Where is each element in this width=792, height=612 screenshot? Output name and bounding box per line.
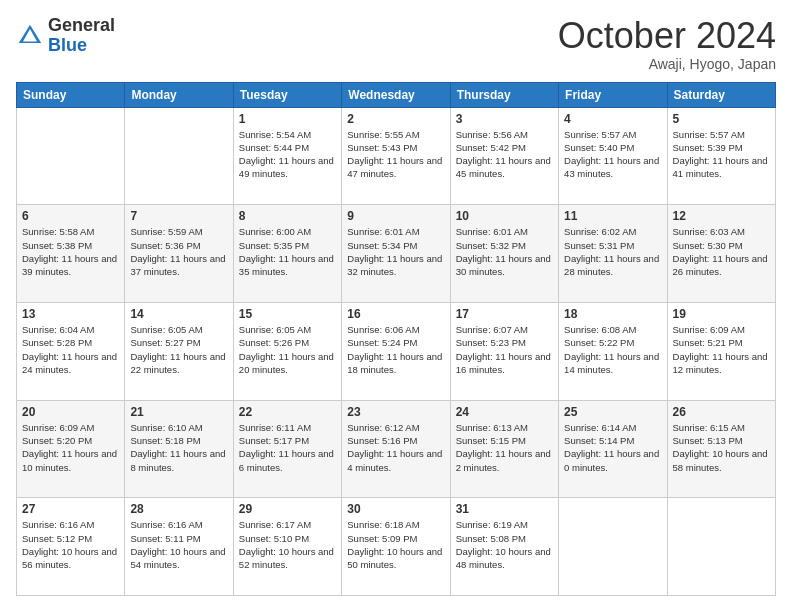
day-info: Sunrise: 6:14 AM Sunset: 5:14 PM Dayligh… bbox=[564, 421, 661, 474]
day-number: 18 bbox=[564, 307, 661, 321]
table-row bbox=[125, 107, 233, 205]
header-tuesday: Tuesday bbox=[233, 82, 341, 107]
table-row: 20Sunrise: 6:09 AM Sunset: 5:20 PM Dayli… bbox=[17, 400, 125, 498]
table-row: 9Sunrise: 6:01 AM Sunset: 5:34 PM Daylig… bbox=[342, 205, 450, 303]
day-number: 3 bbox=[456, 112, 553, 126]
day-info: Sunrise: 5:54 AM Sunset: 5:44 PM Dayligh… bbox=[239, 128, 336, 181]
day-number: 23 bbox=[347, 405, 444, 419]
day-info: Sunrise: 6:01 AM Sunset: 5:34 PM Dayligh… bbox=[347, 225, 444, 278]
table-row: 12Sunrise: 6:03 AM Sunset: 5:30 PM Dayli… bbox=[667, 205, 775, 303]
day-number: 22 bbox=[239, 405, 336, 419]
table-row: 16Sunrise: 6:06 AM Sunset: 5:24 PM Dayli… bbox=[342, 302, 450, 400]
day-info: Sunrise: 6:16 AM Sunset: 5:11 PM Dayligh… bbox=[130, 518, 227, 571]
day-info: Sunrise: 5:57 AM Sunset: 5:39 PM Dayligh… bbox=[673, 128, 770, 181]
day-number: 24 bbox=[456, 405, 553, 419]
day-number: 7 bbox=[130, 209, 227, 223]
table-row: 11Sunrise: 6:02 AM Sunset: 5:31 PM Dayli… bbox=[559, 205, 667, 303]
day-number: 4 bbox=[564, 112, 661, 126]
table-row: 31Sunrise: 6:19 AM Sunset: 5:08 PM Dayli… bbox=[450, 498, 558, 596]
calendar-week-row: 6Sunrise: 5:58 AM Sunset: 5:38 PM Daylig… bbox=[17, 205, 776, 303]
table-row: 28Sunrise: 6:16 AM Sunset: 5:11 PM Dayli… bbox=[125, 498, 233, 596]
day-info: Sunrise: 6:11 AM Sunset: 5:17 PM Dayligh… bbox=[239, 421, 336, 474]
table-row: 21Sunrise: 6:10 AM Sunset: 5:18 PM Dayli… bbox=[125, 400, 233, 498]
day-number: 6 bbox=[22, 209, 119, 223]
day-info: Sunrise: 6:04 AM Sunset: 5:28 PM Dayligh… bbox=[22, 323, 119, 376]
day-number: 25 bbox=[564, 405, 661, 419]
table-row: 19Sunrise: 6:09 AM Sunset: 5:21 PM Dayli… bbox=[667, 302, 775, 400]
table-row bbox=[17, 107, 125, 205]
day-number: 31 bbox=[456, 502, 553, 516]
table-row: 26Sunrise: 6:15 AM Sunset: 5:13 PM Dayli… bbox=[667, 400, 775, 498]
day-info: Sunrise: 5:59 AM Sunset: 5:36 PM Dayligh… bbox=[130, 225, 227, 278]
day-info: Sunrise: 6:07 AM Sunset: 5:23 PM Dayligh… bbox=[456, 323, 553, 376]
subtitle: Awaji, Hyogo, Japan bbox=[558, 56, 776, 72]
table-row: 4Sunrise: 5:57 AM Sunset: 5:40 PM Daylig… bbox=[559, 107, 667, 205]
table-row: 1Sunrise: 5:54 AM Sunset: 5:44 PM Daylig… bbox=[233, 107, 341, 205]
table-row: 24Sunrise: 6:13 AM Sunset: 5:15 PM Dayli… bbox=[450, 400, 558, 498]
day-info: Sunrise: 6:02 AM Sunset: 5:31 PM Dayligh… bbox=[564, 225, 661, 278]
day-info: Sunrise: 5:55 AM Sunset: 5:43 PM Dayligh… bbox=[347, 128, 444, 181]
calendar-week-row: 1Sunrise: 5:54 AM Sunset: 5:44 PM Daylig… bbox=[17, 107, 776, 205]
table-row: 22Sunrise: 6:11 AM Sunset: 5:17 PM Dayli… bbox=[233, 400, 341, 498]
table-row: 18Sunrise: 6:08 AM Sunset: 5:22 PM Dayli… bbox=[559, 302, 667, 400]
day-info: Sunrise: 6:19 AM Sunset: 5:08 PM Dayligh… bbox=[456, 518, 553, 571]
table-row: 17Sunrise: 6:07 AM Sunset: 5:23 PM Dayli… bbox=[450, 302, 558, 400]
header-sunday: Sunday bbox=[17, 82, 125, 107]
logo: General Blue bbox=[16, 16, 115, 56]
table-row: 15Sunrise: 6:05 AM Sunset: 5:26 PM Dayli… bbox=[233, 302, 341, 400]
calendar-week-row: 27Sunrise: 6:16 AM Sunset: 5:12 PM Dayli… bbox=[17, 498, 776, 596]
day-info: Sunrise: 6:12 AM Sunset: 5:16 PM Dayligh… bbox=[347, 421, 444, 474]
day-info: Sunrise: 5:57 AM Sunset: 5:40 PM Dayligh… bbox=[564, 128, 661, 181]
day-info: Sunrise: 5:56 AM Sunset: 5:42 PM Dayligh… bbox=[456, 128, 553, 181]
day-info: Sunrise: 6:17 AM Sunset: 5:10 PM Dayligh… bbox=[239, 518, 336, 571]
day-number: 8 bbox=[239, 209, 336, 223]
day-number: 13 bbox=[22, 307, 119, 321]
day-info: Sunrise: 6:08 AM Sunset: 5:22 PM Dayligh… bbox=[564, 323, 661, 376]
table-row: 23Sunrise: 6:12 AM Sunset: 5:16 PM Dayli… bbox=[342, 400, 450, 498]
calendar-week-row: 20Sunrise: 6:09 AM Sunset: 5:20 PM Dayli… bbox=[17, 400, 776, 498]
day-info: Sunrise: 5:58 AM Sunset: 5:38 PM Dayligh… bbox=[22, 225, 119, 278]
day-info: Sunrise: 6:09 AM Sunset: 5:21 PM Dayligh… bbox=[673, 323, 770, 376]
day-number: 11 bbox=[564, 209, 661, 223]
day-info: Sunrise: 6:05 AM Sunset: 5:27 PM Dayligh… bbox=[130, 323, 227, 376]
title-block: October 2024 Awaji, Hyogo, Japan bbox=[558, 16, 776, 72]
day-number: 19 bbox=[673, 307, 770, 321]
header-saturday: Saturday bbox=[667, 82, 775, 107]
day-info: Sunrise: 6:18 AM Sunset: 5:09 PM Dayligh… bbox=[347, 518, 444, 571]
table-row: 10Sunrise: 6:01 AM Sunset: 5:32 PM Dayli… bbox=[450, 205, 558, 303]
day-number: 30 bbox=[347, 502, 444, 516]
day-number: 16 bbox=[347, 307, 444, 321]
table-row: 6Sunrise: 5:58 AM Sunset: 5:38 PM Daylig… bbox=[17, 205, 125, 303]
page: General Blue October 2024 Awaji, Hyogo, … bbox=[0, 0, 792, 612]
calendar-table: Sunday Monday Tuesday Wednesday Thursday… bbox=[16, 82, 776, 596]
day-number: 1 bbox=[239, 112, 336, 126]
table-row: 3Sunrise: 5:56 AM Sunset: 5:42 PM Daylig… bbox=[450, 107, 558, 205]
day-number: 27 bbox=[22, 502, 119, 516]
day-info: Sunrise: 6:03 AM Sunset: 5:30 PM Dayligh… bbox=[673, 225, 770, 278]
logo-blue: Blue bbox=[48, 36, 115, 56]
day-number: 28 bbox=[130, 502, 227, 516]
table-row: 25Sunrise: 6:14 AM Sunset: 5:14 PM Dayli… bbox=[559, 400, 667, 498]
day-info: Sunrise: 6:06 AM Sunset: 5:24 PM Dayligh… bbox=[347, 323, 444, 376]
table-row: 29Sunrise: 6:17 AM Sunset: 5:10 PM Dayli… bbox=[233, 498, 341, 596]
header: General Blue October 2024 Awaji, Hyogo, … bbox=[16, 16, 776, 72]
day-number: 17 bbox=[456, 307, 553, 321]
table-row: 2Sunrise: 5:55 AM Sunset: 5:43 PM Daylig… bbox=[342, 107, 450, 205]
calendar-week-row: 13Sunrise: 6:04 AM Sunset: 5:28 PM Dayli… bbox=[17, 302, 776, 400]
table-row: 5Sunrise: 5:57 AM Sunset: 5:39 PM Daylig… bbox=[667, 107, 775, 205]
day-number: 5 bbox=[673, 112, 770, 126]
day-info: Sunrise: 6:01 AM Sunset: 5:32 PM Dayligh… bbox=[456, 225, 553, 278]
day-number: 14 bbox=[130, 307, 227, 321]
logo-text: General Blue bbox=[48, 16, 115, 56]
day-number: 29 bbox=[239, 502, 336, 516]
day-info: Sunrise: 6:13 AM Sunset: 5:15 PM Dayligh… bbox=[456, 421, 553, 474]
table-row: 27Sunrise: 6:16 AM Sunset: 5:12 PM Dayli… bbox=[17, 498, 125, 596]
day-info: Sunrise: 6:15 AM Sunset: 5:13 PM Dayligh… bbox=[673, 421, 770, 474]
header-wednesday: Wednesday bbox=[342, 82, 450, 107]
day-number: 26 bbox=[673, 405, 770, 419]
day-info: Sunrise: 6:09 AM Sunset: 5:20 PM Dayligh… bbox=[22, 421, 119, 474]
logo-general: General bbox=[48, 16, 115, 36]
table-row: 7Sunrise: 5:59 AM Sunset: 5:36 PM Daylig… bbox=[125, 205, 233, 303]
table-row: 8Sunrise: 6:00 AM Sunset: 5:35 PM Daylig… bbox=[233, 205, 341, 303]
day-number: 15 bbox=[239, 307, 336, 321]
